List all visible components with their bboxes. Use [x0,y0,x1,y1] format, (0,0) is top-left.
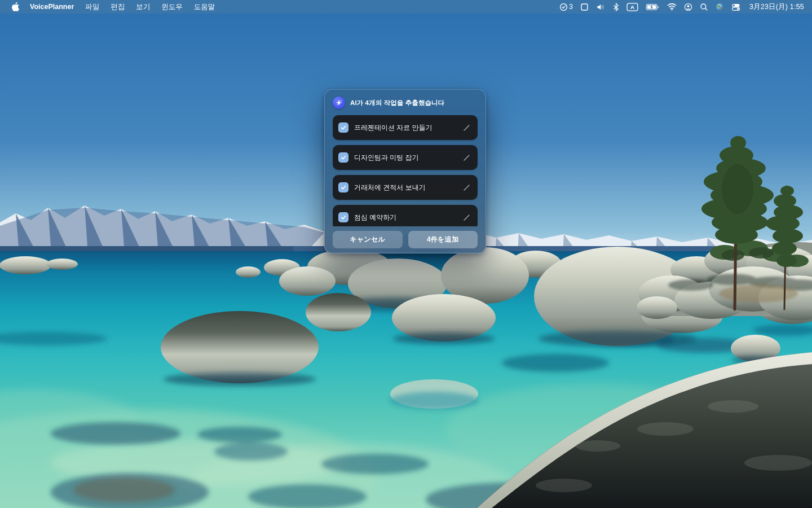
task-label: 점심 예약하기 [354,213,457,222]
input-source-icon[interactable]: A [625,0,640,14]
user-account-icon[interactable] [682,0,694,14]
control-center-icon[interactable] [730,0,742,14]
menu-file[interactable]: 파일 [80,2,104,12]
ai-task-extraction-dialog: AI가 4개의 작업을 추출했습니다 프레젠테이션 자료 만들기 디자인팀과 미… [324,89,486,253]
task-check-status-icon[interactable]: 3 [558,0,575,14]
task-row[interactable]: 디자인팀과 미팅 잡기 [333,145,478,170]
task-count-badge: 3 [569,3,573,11]
dialog-header: AI가 4개의 작업을 추출했습니다 [333,97,478,109]
add-tasks-button[interactable]: 4件を追加 [408,231,478,248]
menu-help[interactable]: 도움말 [189,2,220,12]
task-label: 거래처에 견적서 보내기 [354,183,457,192]
stage-manager-icon[interactable] [579,0,590,14]
menu-edit[interactable]: 편집 [105,2,130,12]
dialog-title: AI가 4개의 작업을 추출했습니다 [350,99,444,107]
task-checkbox[interactable] [338,122,348,133]
wifi-icon[interactable] [665,0,678,14]
task-label: 프레젠테이션 자료 만들기 [354,123,457,133]
lake-tahoe-wallpaper [0,0,812,508]
task-checkbox[interactable] [338,152,348,163]
apple-menu-icon[interactable] [7,2,24,11]
task-row[interactable]: 거래처에 견적서 보내기 [333,175,478,200]
edit-pencil-icon[interactable] [462,213,471,222]
task-row[interactable]: 점심 예약하기 [333,205,478,226]
edit-pencil-icon[interactable] [462,183,471,192]
edit-pencil-icon[interactable] [462,154,471,162]
cancel-button[interactable]: キャンセル [333,231,403,248]
task-checkbox[interactable] [338,212,348,222]
edit-pencil-icon[interactable] [462,124,471,132]
menu-window[interactable]: 윈도우 [156,2,188,12]
app-name[interactable]: VoicePlanner [25,3,79,11]
task-checkbox[interactable] [338,182,348,192]
desktop: VoicePlanner 파일 편집 보기 윈도우 도움말 3 [0,0,812,508]
dialog-buttons: キャンセル 4件を追加 [333,231,478,248]
menu-bar-clock[interactable]: 3月23日(月) 1:55 [746,2,804,12]
task-list: 프레젠테이션 자료 만들기 디자인팀과 미팅 잡기 거래처에 견적서 보내기 [333,115,478,226]
spotlight-search-icon[interactable] [698,0,710,14]
volume-icon[interactable] [594,0,607,14]
bluetooth-icon[interactable] [611,0,621,14]
menu-bar: VoicePlanner 파일 편집 보기 윈도우 도움말 3 [0,0,812,14]
app-globe-icon[interactable] [714,0,726,14]
menu-view[interactable]: 보기 [131,2,155,12]
svg-text:A: A [630,4,634,10]
task-row[interactable]: 프레젠테이션 자료 만들기 [333,115,478,140]
ai-sparkle-icon [333,97,345,109]
task-label: 디자인팀과 미팅 잡기 [354,153,457,163]
battery-icon[interactable] [644,0,661,14]
